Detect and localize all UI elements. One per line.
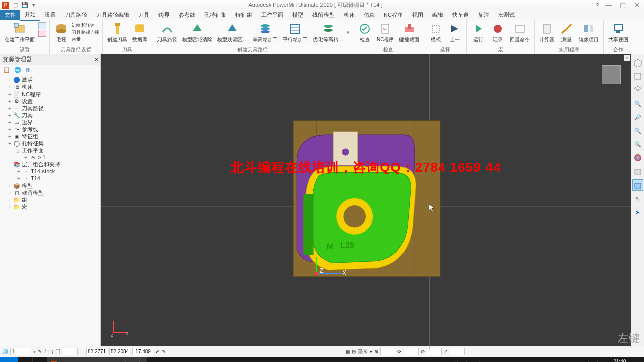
menu-tab[interactable]: 刀具路径编辑	[92, 10, 134, 20]
share-button[interactable]: 共享视图	[607, 21, 630, 44]
start-button[interactable]: ⊞	[0, 357, 18, 362]
collision-button[interactable]: 碰撞截面	[397, 21, 421, 44]
record-button[interactable]: 记录	[489, 21, 506, 44]
menu-tab[interactable]: 孔特征集	[200, 10, 231, 20]
block-active-icon[interactable]	[632, 179, 643, 191]
run-button[interactable]: 运行	[470, 21, 487, 44]
menu-tab[interactable]: 编辑	[428, 10, 448, 20]
measure-button[interactable]: 测量	[558, 21, 575, 44]
prev-button[interactable]: 上一	[446, 21, 463, 44]
menu-tab[interactable]: 模型	[288, 10, 308, 20]
save-icon[interactable]: 💾	[21, 2, 28, 9]
verify-button[interactable]: 检查	[356, 21, 373, 44]
tree-node[interactable]: +▭边界	[0, 119, 100, 126]
zoom-in-icon[interactable]: 🔍	[632, 125, 643, 136]
tree-node[interactable]: +📄NC程序	[0, 90, 100, 98]
tree-node[interactable]: +▣特征组	[0, 133, 100, 140]
feedrate-button[interactable]: 进给和转速	[72, 22, 99, 29]
menu-tab[interactable]: 参考线	[174, 10, 200, 20]
menu-tab[interactable]: NC程序	[379, 10, 408, 20]
link-button[interactable]: 刀具路径连接	[72, 29, 99, 36]
explorer-tool-icon[interactable]: 🌐	[14, 67, 21, 73]
area-clear-button[interactable]: 模型区域清除	[181, 21, 214, 44]
task-button[interactable]: 📁	[33, 357, 47, 362]
tree-node[interactable]: +🔵激活	[0, 76, 100, 83]
menu-tab[interactable]: 快车道	[448, 10, 473, 20]
status-tool-icon[interactable]: ✎	[38, 349, 42, 354]
tree-node[interactable]: +〜参考线	[0, 126, 100, 133]
task-powermill[interactable]: PAutodesk PowerMill...	[47, 357, 112, 362]
constz-button[interactable]: 等高精加工	[251, 21, 279, 44]
close-button[interactable]: ✕	[630, 1, 644, 9]
tree-node[interactable]: +🖥机床	[0, 83, 100, 90]
wp-icon[interactable]	[38, 30, 46, 37]
tree-node[interactable]: +▫T14-stock	[0, 168, 100, 175]
stock-button[interactable]: 毛坯	[53, 21, 70, 44]
tree-node[interactable]: +▫T14	[0, 175, 100, 182]
tree-node[interactable]: +◻残留模型	[0, 189, 100, 196]
iso-view-icon[interactable]	[632, 57, 643, 68]
close-panel-button[interactable]: ×	[95, 56, 98, 63]
viewport[interactable]: × M L25	[101, 54, 631, 346]
shade-icon[interactable]	[632, 152, 643, 163]
minimize-button[interactable]: —	[602, 1, 616, 9]
optconstz-button[interactable]: 优化等高精…	[311, 21, 345, 44]
tree-node[interactable]: +📁组	[0, 196, 100, 203]
menu-tab[interactable]: 宏测试	[494, 10, 519, 20]
zoom-out-icon[interactable]: 🔍	[632, 139, 643, 150]
thickness-button[interactable]: 余量	[72, 36, 99, 43]
menu-tab[interactable]: 刀具路径	[60, 10, 92, 20]
status-field[interactable]	[10, 348, 31, 355]
menu-tab[interactable]: 边界	[154, 10, 174, 20]
tree-node[interactable]: -📚层、组合和夹持	[0, 161, 100, 168]
explorer-tool-icon[interactable]: 🗑	[25, 67, 31, 73]
menu-tab[interactable]: 视图	[408, 10, 428, 20]
explorer-tree[interactable]: +🔵激活+🖥机床+📄NC程序+⚙设置+〰刀具路径+🔧刀具+▭边界+〜参考线+▣特…	[0, 75, 100, 346]
menu-tab[interactable]: 设置	[40, 10, 60, 20]
tree-node[interactable]: +📁宏	[0, 203, 100, 210]
echo-button[interactable]: 回显命令	[508, 21, 531, 44]
cursor-icon[interactable]: ↖	[632, 193, 643, 204]
pointer-icon[interactable]: ➤	[632, 207, 643, 218]
wp-icon[interactable]	[38, 22, 46, 29]
help-icon[interactable]: ?	[594, 2, 601, 9]
calc-button[interactable]: 计算器	[538, 21, 556, 44]
tree-node[interactable]: +〰刀具路径	[0, 105, 100, 112]
mirror-button[interactable]: 镜像项目	[577, 21, 600, 44]
status-tool-icon[interactable]: ⬚	[48, 349, 53, 354]
task-button[interactable]: 🔍	[18, 357, 33, 362]
tree-node[interactable]: +◯孔特征集	[0, 140, 100, 147]
explorer-tool-icon[interactable]: 📋	[3, 67, 10, 73]
menu-tab[interactable]: 刀具	[134, 10, 154, 20]
zoom-icon[interactable]: 🔎	[632, 112, 643, 123]
tree-node[interactable]: +🔧刀具	[0, 112, 100, 119]
open-icon[interactable]: ▢	[12, 2, 19, 9]
mode-button[interactable]: 模式	[427, 21, 444, 44]
raster-button[interactable]: 平行精加工	[281, 21, 309, 44]
status-tool-icon[interactable]: ⤴	[44, 349, 46, 354]
ncprog-button[interactable]: NCNC程序	[375, 21, 395, 44]
create-workplane-button[interactable]: 创建工作平面	[3, 21, 36, 44]
status-field[interactable]	[63, 348, 78, 355]
menu-file[interactable]: 文件	[0, 10, 20, 20]
menu-tab[interactable]: 残留模型	[308, 10, 339, 20]
maximize-button[interactable]: ▢	[616, 1, 630, 9]
menu-tab[interactable]: 特征组	[231, 10, 257, 20]
wireframe-icon[interactable]	[632, 84, 643, 96]
tree-node[interactable]: +⚙设置	[0, 98, 100, 105]
dropdown-icon[interactable]: ▾	[30, 2, 37, 9]
menu-tab[interactable]: 仿真	[359, 10, 379, 20]
status-tool-icon[interactable]: 📋	[55, 349, 61, 354]
toolpath-button[interactable]: 刀具路径	[155, 21, 179, 44]
menu-tab[interactable]: 备注	[473, 10, 494, 20]
tree-node[interactable]: +📦模型	[0, 182, 100, 189]
tree-node[interactable]: +✳> 1	[0, 154, 100, 161]
task-tencent[interactable]: ◆腾讯课堂	[112, 357, 147, 362]
rest-area-button[interactable]: 模型残留区…	[216, 21, 249, 44]
cube-icon[interactable]	[632, 71, 643, 82]
menu-tab[interactable]: 开始	[20, 9, 40, 21]
menu-tab[interactable]: 工作平面	[257, 10, 288, 20]
block-icon[interactable]	[632, 166, 643, 177]
create-tool-button[interactable]: 创建刀具	[106, 21, 129, 44]
zoom-fit-icon[interactable]: 🔍	[632, 98, 643, 109]
